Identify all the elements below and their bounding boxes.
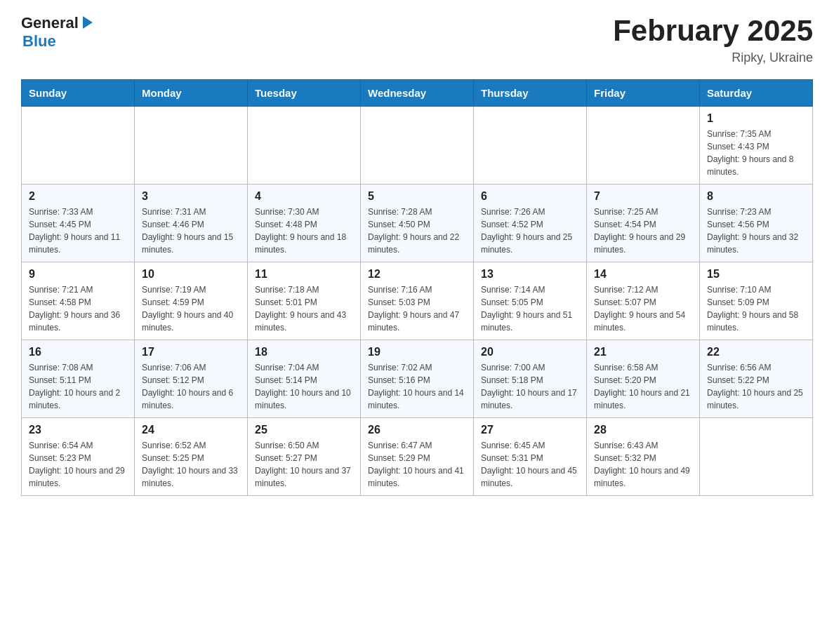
day-info: Sunrise: 6:56 AM Sunset: 5:22 PM Dayligh… [707, 361, 805, 412]
calendar-week-row: 16Sunrise: 7:08 AM Sunset: 5:11 PM Dayli… [22, 340, 813, 418]
day-number: 25 [255, 424, 353, 436]
day-info: Sunrise: 7:33 AM Sunset: 4:45 PM Dayligh… [29, 206, 127, 256]
day-number: 26 [368, 424, 466, 436]
calendar-cell [361, 107, 474, 185]
day-number: 19 [368, 346, 466, 358]
day-info: Sunrise: 7:16 AM Sunset: 5:03 PM Dayligh… [368, 283, 466, 334]
day-info: Sunrise: 6:47 AM Sunset: 5:29 PM Dayligh… [368, 439, 466, 490]
day-info: Sunrise: 7:30 AM Sunset: 4:48 PM Dayligh… [255, 206, 353, 256]
calendar-cell: 25Sunrise: 6:50 AM Sunset: 5:27 PM Dayli… [248, 418, 361, 496]
calendar-cell: 6Sunrise: 7:26 AM Sunset: 4:52 PM Daylig… [474, 185, 587, 262]
day-number: 5 [368, 190, 466, 203]
calendar-cell: 14Sunrise: 7:12 AM Sunset: 5:07 PM Dayli… [587, 262, 700, 340]
day-number: 21 [594, 346, 692, 358]
calendar-cell: 19Sunrise: 7:02 AM Sunset: 5:16 PM Dayli… [361, 340, 474, 418]
day-info: Sunrise: 7:12 AM Sunset: 5:07 PM Dayligh… [594, 283, 692, 334]
calendar-week-row: 2Sunrise: 7:33 AM Sunset: 4:45 PM Daylig… [22, 185, 813, 262]
day-info: Sunrise: 6:58 AM Sunset: 5:20 PM Dayligh… [594, 361, 692, 412]
calendar-week-row: 1Sunrise: 7:35 AM Sunset: 4:43 PM Daylig… [22, 107, 813, 185]
calendar-week-row: 23Sunrise: 6:54 AM Sunset: 5:23 PM Dayli… [22, 418, 813, 496]
day-number: 10 [142, 268, 240, 281]
calendar-cell: 3Sunrise: 7:31 AM Sunset: 4:46 PM Daylig… [135, 185, 248, 262]
calendar-cell: 23Sunrise: 6:54 AM Sunset: 5:23 PM Dayli… [22, 418, 135, 496]
calendar-table: SundayMondayTuesdayWednesdayThursdayFrid… [21, 79, 813, 496]
day-number: 8 [707, 190, 805, 203]
calendar-cell: 5Sunrise: 7:28 AM Sunset: 4:50 PM Daylig… [361, 185, 474, 262]
day-number: 7 [594, 190, 692, 203]
day-info: Sunrise: 7:18 AM Sunset: 5:01 PM Dayligh… [255, 283, 353, 334]
day-info: Sunrise: 6:52 AM Sunset: 5:25 PM Dayligh… [142, 439, 240, 490]
calendar-cell [700, 418, 813, 496]
calendar-cell: 15Sunrise: 7:10 AM Sunset: 5:09 PM Dayli… [700, 262, 813, 340]
calendar-cell: 1Sunrise: 7:35 AM Sunset: 4:43 PM Daylig… [700, 107, 813, 185]
calendar-cell: 13Sunrise: 7:14 AM Sunset: 5:05 PM Dayli… [474, 262, 587, 340]
day-header-thursday: Thursday [474, 80, 587, 107]
calendar-cell [248, 107, 361, 185]
calendar-cell: 27Sunrise: 6:45 AM Sunset: 5:31 PM Dayli… [474, 418, 587, 496]
calendar-week-row: 9Sunrise: 7:21 AM Sunset: 4:58 PM Daylig… [22, 262, 813, 340]
title-area: February 2025 Ripky, Ukraine [613, 14, 813, 65]
logo-blue-text: Blue [22, 32, 56, 50]
day-info: Sunrise: 7:26 AM Sunset: 4:52 PM Dayligh… [481, 206, 579, 256]
svg-marker-0 [83, 16, 93, 29]
day-number: 9 [29, 268, 127, 281]
logo-general-text: General [21, 14, 79, 32]
calendar-cell: 11Sunrise: 7:18 AM Sunset: 5:01 PM Dayli… [248, 262, 361, 340]
day-header-friday: Friday [587, 80, 700, 107]
calendar-cell: 18Sunrise: 7:04 AM Sunset: 5:14 PM Dayli… [248, 340, 361, 418]
day-header-wednesday: Wednesday [361, 80, 474, 107]
day-number: 18 [255, 346, 353, 358]
calendar-cell: 7Sunrise: 7:25 AM Sunset: 4:54 PM Daylig… [587, 185, 700, 262]
calendar-cell: 2Sunrise: 7:33 AM Sunset: 4:45 PM Daylig… [22, 185, 135, 262]
day-number: 13 [481, 268, 579, 281]
day-number: 15 [707, 268, 805, 281]
day-info: Sunrise: 6:43 AM Sunset: 5:32 PM Dayligh… [594, 439, 692, 490]
calendar-cell [474, 107, 587, 185]
calendar-cell: 17Sunrise: 7:06 AM Sunset: 5:12 PM Dayli… [135, 340, 248, 418]
day-info: Sunrise: 7:25 AM Sunset: 4:54 PM Dayligh… [594, 206, 692, 256]
calendar-cell: 16Sunrise: 7:08 AM Sunset: 5:11 PM Dayli… [22, 340, 135, 418]
day-number: 17 [142, 346, 240, 358]
day-number: 24 [142, 424, 240, 436]
day-info: Sunrise: 7:28 AM Sunset: 4:50 PM Dayligh… [368, 206, 466, 256]
day-number: 28 [594, 424, 692, 436]
day-header-saturday: Saturday [700, 80, 813, 107]
calendar-cell: 4Sunrise: 7:30 AM Sunset: 4:48 PM Daylig… [248, 185, 361, 262]
day-number: 1 [707, 112, 805, 125]
calendar-cell: 9Sunrise: 7:21 AM Sunset: 4:58 PM Daylig… [22, 262, 135, 340]
calendar-cell: 20Sunrise: 7:00 AM Sunset: 5:18 PM Dayli… [474, 340, 587, 418]
location-title: Ripky, Ukraine [613, 51, 813, 65]
day-number: 3 [142, 190, 240, 203]
calendar-cell: 28Sunrise: 6:43 AM Sunset: 5:32 PM Dayli… [587, 418, 700, 496]
day-header-sunday: Sunday [22, 80, 135, 107]
calendar-cell: 10Sunrise: 7:19 AM Sunset: 4:59 PM Dayli… [135, 262, 248, 340]
calendar-cell: 21Sunrise: 6:58 AM Sunset: 5:20 PM Dayli… [587, 340, 700, 418]
day-info: Sunrise: 7:19 AM Sunset: 4:59 PM Dayligh… [142, 283, 240, 334]
day-number: 22 [707, 346, 805, 358]
day-number: 6 [481, 190, 579, 203]
day-info: Sunrise: 7:31 AM Sunset: 4:46 PM Dayligh… [142, 206, 240, 256]
day-number: 23 [29, 424, 127, 436]
day-info: Sunrise: 7:08 AM Sunset: 5:11 PM Dayligh… [29, 361, 127, 412]
logo: General Blue [21, 14, 95, 51]
day-info: Sunrise: 6:54 AM Sunset: 5:23 PM Dayligh… [29, 439, 127, 490]
calendar-cell [587, 107, 700, 185]
day-number: 12 [368, 268, 466, 281]
day-info: Sunrise: 7:14 AM Sunset: 5:05 PM Dayligh… [481, 283, 579, 334]
header: General Blue February 2025 Ripky, Ukrain… [21, 14, 813, 65]
calendar-cell [135, 107, 248, 185]
day-info: Sunrise: 7:06 AM Sunset: 5:12 PM Dayligh… [142, 361, 240, 412]
day-number: 14 [594, 268, 692, 281]
logo-arrow-icon [80, 15, 95, 30]
calendar-cell: 24Sunrise: 6:52 AM Sunset: 5:25 PM Dayli… [135, 418, 248, 496]
calendar-cell [22, 107, 135, 185]
day-info: Sunrise: 7:10 AM Sunset: 5:09 PM Dayligh… [707, 283, 805, 334]
day-header-tuesday: Tuesday [248, 80, 361, 107]
month-title: February 2025 [613, 14, 813, 48]
day-number: 27 [481, 424, 579, 436]
day-info: Sunrise: 6:45 AM Sunset: 5:31 PM Dayligh… [481, 439, 579, 490]
calendar-cell: 12Sunrise: 7:16 AM Sunset: 5:03 PM Dayli… [361, 262, 474, 340]
calendar-header-row: SundayMondayTuesdayWednesdayThursdayFrid… [22, 80, 813, 107]
day-number: 2 [29, 190, 127, 203]
day-info: Sunrise: 6:50 AM Sunset: 5:27 PM Dayligh… [255, 439, 353, 490]
